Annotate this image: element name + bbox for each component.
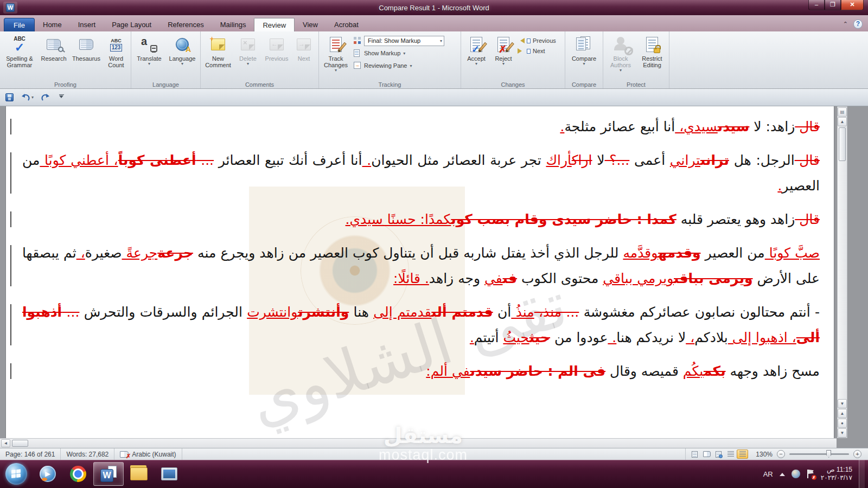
previous-change-button[interactable]: Previous bbox=[518, 36, 556, 45]
full-screen-reading-view-button[interactable] bbox=[701, 450, 712, 459]
taskbar-viewer-button[interactable] bbox=[154, 462, 184, 486]
draft-view-button[interactable] bbox=[737, 450, 748, 459]
previous-page-button[interactable]: ▲ bbox=[838, 409, 847, 418]
page-indicator[interactable]: Page: 146 of 261 bbox=[0, 448, 61, 460]
zoom-in-button[interactable]: + bbox=[853, 450, 861, 458]
paragraph[interactable]: قال زاهد: لا سيدىسيدي، أنا أبيع عصائر مث… bbox=[22, 114, 820, 139]
tab-acrobat[interactable]: Acrobat bbox=[326, 18, 367, 31]
language-button[interactable]: A Language ▾ bbox=[166, 33, 199, 80]
reviewing-pane-button[interactable]: Reviewing Pane ▾ bbox=[354, 61, 444, 70]
language-indicator[interactable]: AR bbox=[763, 470, 773, 478]
redo-button[interactable] bbox=[41, 94, 50, 101]
tab-view[interactable]: View bbox=[295, 18, 326, 31]
tray-network-icon[interactable] bbox=[792, 470, 800, 478]
document-page[interactable]: تقى الشلاوي قال زاهد: لا سيدىسيدي، أنا أ… bbox=[5, 106, 834, 438]
taskbar-chrome-button[interactable] bbox=[63, 462, 93, 486]
next-change-button[interactable]: Next bbox=[518, 47, 556, 55]
undo-dropdown-icon[interactable]: ▾ bbox=[31, 95, 34, 100]
tab-review[interactable]: Review bbox=[254, 18, 295, 31]
previous-comment-button[interactable]: ← Previous bbox=[261, 33, 292, 80]
minimize-button[interactable]: – bbox=[808, 0, 825, 10]
track-changes-button[interactable]: Track Changes ▾ bbox=[320, 33, 352, 80]
zoom-slider-thumb[interactable] bbox=[826, 450, 831, 458]
accept-button[interactable]: ✓ Accept ▾ bbox=[462, 33, 490, 80]
restrict-editing-button[interactable]: Restrict Editing bbox=[637, 33, 667, 80]
text-run: حيث bbox=[529, 330, 550, 345]
tab-mailings[interactable]: Mailings bbox=[212, 18, 254, 31]
horizontal-scrollbar[interactable]: ◄ bbox=[0, 438, 837, 448]
text-run: وأنتشرت bbox=[298, 304, 349, 320]
close-button[interactable]: ✕ bbox=[841, 0, 864, 10]
text-run: الرجل: هل bbox=[729, 152, 795, 168]
research-button[interactable]: Research bbox=[38, 33, 69, 80]
tab-page-layout[interactable]: Page Layout bbox=[104, 18, 159, 31]
taskbar-explorer-button[interactable] bbox=[124, 462, 154, 486]
compare-button[interactable]: Compare ▾ bbox=[567, 33, 601, 80]
scroll-down-button[interactable]: ▼ bbox=[838, 399, 847, 408]
spelling-grammar-button[interactable]: ABC✓ Spelling & Grammar bbox=[1, 33, 38, 80]
thesaurus-button[interactable]: Thesaurus bbox=[69, 33, 103, 80]
text-run: زاهد: لا bbox=[749, 119, 795, 134]
proofing-status[interactable]: Arabic (Kuwait) bbox=[114, 448, 182, 460]
text-run: . bbox=[420, 271, 429, 286]
block-authors-label: Block Authors bbox=[604, 55, 637, 68]
paragraph[interactable]: قال الرجل: هل ترانىتراني أعمى ...؟ لا ار… bbox=[22, 147, 820, 198]
word-count-button[interactable]: ABC123 Word Count bbox=[103, 33, 129, 80]
show-hidden-icons-button[interactable] bbox=[780, 470, 785, 476]
next-page-button[interactable]: ▼ bbox=[838, 428, 847, 438]
taskbar-word-button[interactable]: W bbox=[93, 462, 124, 486]
new-comment-label: New Comment bbox=[202, 55, 234, 68]
new-comment-button[interactable]: New Comment bbox=[202, 33, 234, 80]
scroll-up-button[interactable]: ▲ bbox=[838, 117, 847, 126]
text-run: منذُ bbox=[511, 304, 534, 320]
paragraph[interactable]: قال زاهد وهو يعتصر قلبه كمدا : حاضر سيدى… bbox=[22, 207, 820, 232]
tab-home[interactable]: Home bbox=[35, 18, 70, 31]
paragraph[interactable]: صبَّ كوبًا من العصير وقدمهوقدَّمه للرجل … bbox=[22, 240, 820, 291]
paragraph[interactable]: مسح زاهد وجهه بكمبكُم قميصه وقال فى الم … bbox=[22, 358, 820, 384]
previous-change-doc-icon bbox=[527, 38, 531, 43]
show-desktop-button[interactable] bbox=[859, 460, 865, 488]
vertical-scrollbar[interactable]: ▤ ▲ ▼ ▲ ● ▼ bbox=[837, 106, 847, 438]
display-for-review-combobox[interactable]: Final: Show Markup ▾ bbox=[364, 36, 444, 46]
select-browse-object-button[interactable]: ● bbox=[838, 419, 847, 428]
text-run: لا نريدكم هنا bbox=[616, 330, 686, 345]
taskbar-media-player-button[interactable] bbox=[33, 462, 63, 486]
customize-qat-button[interactable] bbox=[58, 94, 65, 101]
group-label-comments: Comments bbox=[201, 81, 318, 88]
delete-comment-button[interactable]: × Delete ▾ bbox=[234, 33, 261, 80]
show-markup-button[interactable]: Show Markup ▾ bbox=[354, 48, 444, 58]
minimize-ribbon-icon[interactable]: ⌃ bbox=[843, 21, 848, 28]
text-run: محتوى الكوب bbox=[517, 271, 603, 286]
zoom-level-text[interactable]: 130% bbox=[756, 451, 773, 458]
restore-button[interactable]: ❐ bbox=[825, 0, 841, 10]
save-button[interactable] bbox=[5, 93, 14, 101]
horizontal-scroll-thumb[interactable] bbox=[12, 440, 28, 447]
action-center-flag-icon[interactable]: ✗ bbox=[807, 470, 814, 478]
translate-button[interactable]: a Translate ▾ bbox=[132, 33, 166, 80]
tab-references[interactable]: References bbox=[159, 18, 212, 31]
outline-view-button[interactable] bbox=[725, 450, 736, 459]
next-comment-button[interactable]: → Next bbox=[292, 33, 316, 80]
vertical-scroll-thumb[interactable] bbox=[839, 127, 846, 161]
word-count-indicator[interactable]: Words: 27,682 bbox=[61, 448, 114, 460]
text-run: قائلًا: bbox=[393, 271, 420, 286]
reject-button[interactable]: ✗ Reject ▾ bbox=[490, 33, 516, 80]
tab-insert[interactable]: Insert bbox=[70, 18, 104, 31]
save-icon bbox=[5, 93, 14, 101]
paragraph[interactable]: - أنتم محتالون نصابون عصائركم مغشوشة ...… bbox=[22, 299, 820, 350]
text-run: سيدى bbox=[718, 119, 750, 134]
taskbar-clock[interactable]: 11:15 ص ٢٠٢٣/٠٣/١٧ bbox=[821, 466, 852, 482]
start-button[interactable] bbox=[5, 463, 27, 485]
text-run: ... bbox=[62, 304, 79, 320]
block-authors-button[interactable]: Block Authors ▾ bbox=[604, 33, 637, 80]
zoom-slider[interactable] bbox=[789, 453, 849, 455]
print-layout-view-button[interactable] bbox=[689, 450, 700, 459]
document-language-text: Arabic (Kuwait) bbox=[132, 451, 176, 458]
undo-button[interactable]: ▾ bbox=[21, 94, 34, 101]
tab-file[interactable]: File bbox=[4, 18, 35, 31]
help-button[interactable]: ? bbox=[853, 20, 863, 29]
web-layout-view-button[interactable] bbox=[713, 450, 724, 459]
ruler-toggle-button[interactable]: ▤ bbox=[838, 107, 847, 117]
zoom-out-button[interactable]: − bbox=[777, 450, 785, 458]
scroll-left-button[interactable]: ◄ bbox=[1, 439, 10, 447]
